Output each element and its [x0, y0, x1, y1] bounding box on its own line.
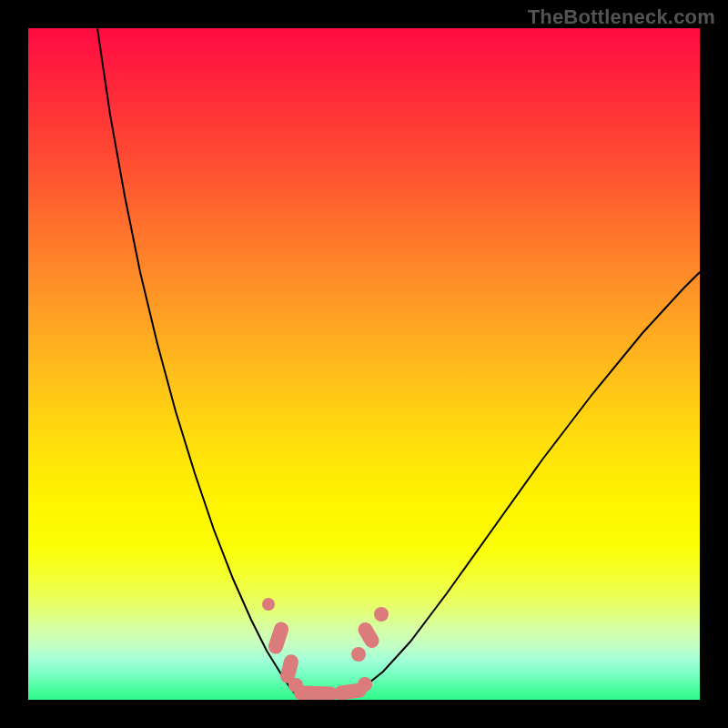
- chart-frame: TheBottleneck.com: [0, 0, 728, 728]
- curve-path: [97, 28, 700, 696]
- curve-layer: [28, 28, 700, 700]
- bottleneck-curve: [97, 28, 700, 696]
- plot-area: [28, 28, 700, 700]
- marker-bar: [356, 620, 382, 651]
- watermark-label: TheBottleneck.com: [528, 5, 715, 29]
- marker-dot: [358, 677, 372, 692]
- marker-dot: [262, 598, 275, 611]
- marker-bar: [294, 685, 339, 700]
- marker-dot: [374, 607, 389, 622]
- marker-cluster: [262, 598, 389, 700]
- marker-bar: [267, 620, 290, 655]
- marker-dot: [351, 647, 366, 662]
